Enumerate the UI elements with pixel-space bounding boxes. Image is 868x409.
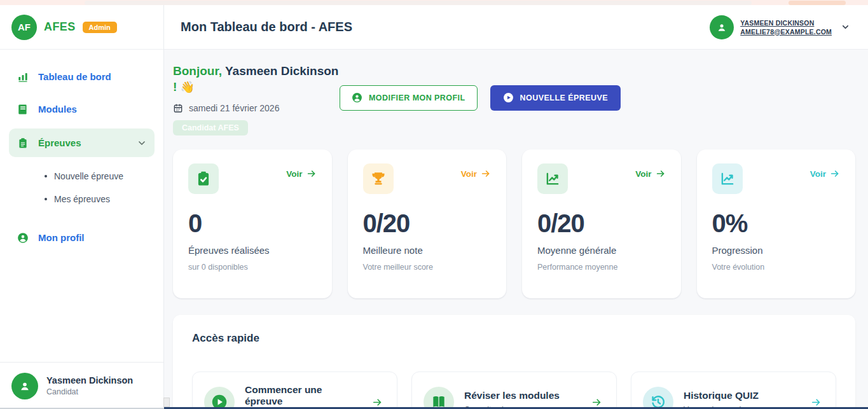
current-date: samedi 21 février 2026 [189, 103, 279, 113]
new-test-label: NOUVELLE ÉPREUVE [520, 94, 608, 102]
clipboard-check-icon [188, 163, 219, 194]
quick-card-text: Réviser les modules Consultez les cours [464, 390, 581, 409]
stat-label: Progression [712, 245, 841, 256]
sidebar-subitem-label: Nouvelle épreuve [54, 171, 123, 181]
brand-name: AFES [44, 20, 76, 34]
voir-label: Voir [635, 169, 651, 179]
stat-card-progression: Voir 0% Progression Votre évolution [697, 149, 856, 298]
logo-avatar: AF [11, 15, 37, 40]
app-window: AF AFES Admin Tableau de bord Modules [0, 5, 868, 409]
browser-top-strip [0, 0, 868, 5]
arrow-right-icon [372, 397, 385, 408]
browser-top-pill [789, 1, 846, 5]
stat-value: 0 [188, 209, 317, 238]
action-buttons: MODIFIER MON PROFIL NOUVELLE ÉPREUVE [340, 85, 621, 111]
new-test-button[interactable]: NOUVELLE ÉPREUVE [490, 85, 621, 111]
sidebar-item-dashboard[interactable]: Tableau de bord [9, 64, 155, 90]
sidebar: AF AFES Admin Tableau de bord Modules [0, 5, 164, 409]
history-icon [643, 387, 673, 409]
stats-grid: Voir 0 Épreuves réalisées sur 0 disponib… [173, 149, 858, 298]
quick-card-commencer-epreuve[interactable]: Commencer une épreuve Testez vos connais… [192, 371, 397, 409]
book-icon [17, 103, 29, 115]
date-row: samedi 21 février 2026 [173, 103, 340, 113]
sidebar-user-role: Candidat [46, 387, 133, 396]
arrow-right-icon [656, 169, 666, 179]
quick-card-historique-quiz[interactable]: Historique QUIZ Vos anciennes épreuves [631, 371, 836, 409]
voir-link[interactable]: Voir [635, 169, 665, 179]
user-name[interactable]: YASMEEN DICKINSON [740, 19, 832, 27]
quick-card-text: Commencer une épreuve Testez vos connais… [245, 384, 362, 409]
stat-value: 0/20 [537, 209, 666, 238]
sidebar-item-label: Tableau de bord [38, 71, 111, 82]
chevron-down-icon [137, 138, 147, 148]
user-avatar [710, 15, 734, 39]
content: Bonjour, Yasmeen Dickinson ! 👋 samedi 21… [164, 50, 868, 409]
user-email[interactable]: AMELIE78@EXAMPLE.COM [740, 28, 832, 36]
header: Mon Tableau de bord - AFES YASMEEN DICKI… [164, 5, 868, 50]
chart-line-icon [537, 163, 568, 194]
user-circle-icon [352, 92, 362, 103]
candidate-badge: Candidat AFES [173, 120, 248, 135]
admin-badge: Admin [83, 22, 117, 33]
voir-link[interactable]: Voir [286, 169, 316, 179]
edit-profile-button[interactable]: MODIFIER MON PROFIL [340, 85, 478, 111]
stat-label: Moyenne générale [537, 245, 666, 256]
stat-label: Épreuves réalisées [188, 245, 317, 256]
sidebar-item-epreuves[interactable]: Épreuves [9, 128, 155, 157]
greeting-block: Bonjour, Yasmeen Dickinson ! 👋 samedi 21… [173, 64, 340, 135]
stat-sublabel: Votre évolution [712, 263, 841, 272]
bullet-icon [45, 175, 47, 177]
user-circle-icon [17, 232, 29, 244]
stat-card-moyenne: Voir 0/20 Moyenne générale Performance m… [522, 149, 681, 298]
book-open-icon [424, 387, 454, 409]
voir-link[interactable]: Voir [461, 169, 491, 179]
sidebar-user[interactable]: Yasmeen Dickinson Candidat [0, 362, 163, 409]
quick-access-title: Accès rapide [192, 332, 836, 345]
chart-line-icon [712, 163, 743, 194]
stat-value: 0/20 [363, 209, 492, 238]
voir-label: Voir [810, 169, 826, 179]
avatar [11, 373, 38, 399]
sidebar-nav: Tableau de bord Modules Épreuves [0, 50, 163, 362]
sidebar-item-modules[interactable]: Modules [9, 96, 155, 122]
chevron-down-icon[interactable] [841, 22, 850, 32]
sidebar-subnav: Nouvelle épreuve Mes épreuves [9, 163, 155, 214]
play-circle-icon [204, 387, 235, 409]
voir-label: Voir [461, 169, 477, 179]
sidebar-subitem-nouvelle-epreuve[interactable]: Nouvelle épreuve [45, 165, 155, 188]
clipboard-icon [17, 137, 29, 149]
stat-sublabel: sur 0 disponibles [188, 263, 317, 272]
bullet-icon [45, 198, 47, 200]
arrow-right-icon [811, 397, 824, 408]
quick-card-reviser-modules[interactable]: Réviser les modules Consultez les cours [411, 371, 617, 409]
quick-access-panel: Accès rapide Commencer une épreuve Teste… [173, 315, 855, 409]
main-area: Mon Tableau de bord - AFES YASMEEN DICKI… [164, 5, 868, 409]
sidebar-item-label: Modules [38, 104, 77, 114]
arrow-right-icon [830, 169, 840, 179]
stat-card-meilleure-note: Voir 0/20 Meilleure note Votre meilleur … [348, 149, 507, 298]
voir-label: Voir [286, 169, 302, 179]
page-title: Mon Tableau de bord - AFES [181, 20, 352, 34]
edit-profile-label: MODIFIER MON PROFIL [369, 94, 465, 102]
arrow-right-icon [481, 169, 491, 179]
stat-sublabel: Votre meilleur score [363, 263, 492, 272]
sidebar-subitem-label: Mes épreuves [54, 194, 110, 204]
browser-address-bar [85, 1, 752, 5]
trophy-icon [363, 163, 394, 194]
user-identity: YASMEEN DICKINSON AMELIE78@EXAMPLE.COM [740, 19, 832, 36]
greeting-name: Yasmeen Dickinson [225, 64, 338, 78]
arrow-right-icon [307, 169, 317, 179]
sidebar-user-info: Yasmeen Dickinson Candidat [46, 375, 133, 396]
greeting-hello: Bonjour, [173, 64, 222, 78]
quick-card-title: Historique QUIZ [684, 390, 801, 401]
greeting-exclaim: ! [173, 80, 177, 94]
user-menu[interactable]: YASMEEN DICKINSON AMELIE78@EXAMPLE.COM [710, 15, 850, 39]
sidebar-item-mon-profil[interactable]: Mon profil [9, 225, 155, 251]
quick-card-title: Commencer une épreuve [245, 384, 362, 407]
greeting-section: Bonjour, Yasmeen Dickinson ! 👋 samedi 21… [173, 64, 858, 135]
scrollbar-thumb[interactable] [163, 398, 170, 407]
sidebar-subitem-mes-epreuves[interactable]: Mes épreuves [45, 188, 155, 211]
arrow-right-icon [591, 397, 605, 408]
play-circle-icon [503, 92, 514, 103]
voir-link[interactable]: Voir [810, 169, 840, 179]
